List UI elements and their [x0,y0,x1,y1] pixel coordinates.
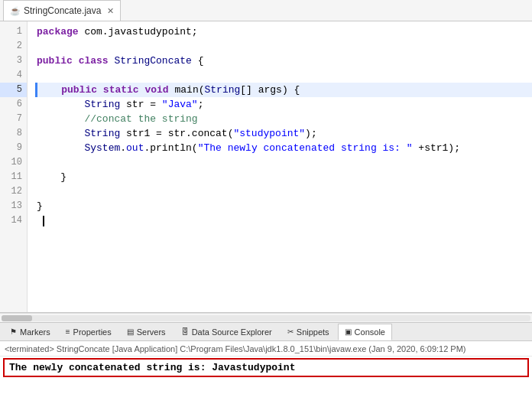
tab-label-properties: Properties [73,327,112,337]
token-plain [37,112,84,126]
token-str: "studypoint" [233,126,305,141]
token-plain [73,54,79,68]
token-plain [37,97,84,112]
line-num-3: 3 [0,54,27,68]
token-plain: [] args) { [240,83,300,97]
code-line-1: package com.javastudypoint; [35,24,532,39]
tab-label-console: Console [355,327,385,337]
tab-label-snippets: Snippets [297,327,329,337]
code-content[interactable]: package com.javastudypoint; public class… [28,21,532,312]
token-plain [37,126,84,141]
scroll-track[interactable] [2,315,530,321]
horizontal-scrollbar[interactable] [0,313,532,322]
console-output: The newly concatenated string is: Javast… [3,358,529,377]
code-line-12 [35,184,532,199]
token-kw: void [144,83,168,97]
tab-label-servers: Servers [137,327,166,337]
token-plain: } [37,199,43,213]
tab-label: StringConcate.java [24,5,101,16]
line-num-9: 9 [0,141,27,155]
code-line-3: public class StringConcate { [35,54,532,68]
bottom-tab-snippets[interactable]: ✂Snippets [281,324,336,340]
tab-icon-properties: ≡ [66,327,70,336]
line-num-6: 6 [0,97,27,112]
line-num-4: 4 [0,68,27,83]
code-line-10 [35,155,532,170]
line-num-1: 1 [0,24,27,39]
token-kw: public [61,83,97,97]
bottom-tab-console[interactable]: ▣Console [338,324,392,340]
bottom-tab-data-source-explorer[interactable]: 🗄Data Source Explorer [174,324,279,340]
text-cursor [43,216,44,226]
editor-area: 1234567891011121314 package com.javastud… [0,21,532,313]
tab-icon-snippets: ✂ [287,327,294,336]
token-cls: String [205,83,241,97]
token-comment: //concat the string [84,112,197,126]
token-plain: .println( [144,141,197,155]
code-line-5: public static void main(String[] args) { [35,83,532,97]
token-kw: package [37,24,79,39]
line-num-12: 12 [0,184,27,199]
token-plain [139,83,145,97]
token-str: "The newly concatenated string is: " [198,141,413,155]
line-num-5: 5 [0,83,27,97]
line-numbers: 1234567891011121314 [0,21,28,312]
code-line-7: //concat the string [35,112,532,126]
code-line-9: System.out.println("The newly concatenat… [35,141,532,155]
code-line-8: String str1 = str.concat("studypoint"); [35,126,532,141]
tab-icon-servers: ▤ [127,327,134,336]
tab-icon-console: ▣ [345,327,352,336]
token-plain: str1 = str.concat( [120,126,233,141]
code-line-2 [35,39,532,54]
token-cls: StringConcate [114,54,191,68]
token-plain: +str1); [413,141,460,155]
token-plain [37,83,61,97]
line-num-10: 10 [0,155,27,170]
line-num-7: 7 [0,112,27,126]
token-plain [97,83,103,97]
token-plain [37,141,84,155]
token-cls: System [84,141,120,155]
tab-bar: ☕ StringConcate.java ✕ [0,0,532,21]
token-plain: { [192,54,204,68]
token-cls: String [84,126,120,141]
scroll-thumb[interactable] [2,315,32,321]
bottom-tab-bar: ⚑Markers≡Properties▤Servers🗄Data Source … [0,322,532,340]
bottom-tab-servers[interactable]: ▤Servers [120,324,173,340]
token-plain: . [120,141,126,155]
code-line-6: String str = "Java"; [35,97,532,112]
java-file-icon: ☕ [10,6,21,16]
token-plain [109,54,115,68]
tab-icon-markers: ⚑ [10,327,17,336]
line-num-11: 11 [0,170,27,184]
token-str: "Java" [162,97,198,112]
code-line-13: } [35,199,532,213]
token-plain: str = [120,97,162,112]
token-kw: class [79,54,109,68]
tab-icon-data-source-explorer: 🗄 [181,327,189,336]
console-info: <terminated> StringConcate [Java Applica… [0,341,532,357]
code-line-11: } [35,170,532,184]
bottom-tab-properties[interactable]: ≡Properties [59,324,118,340]
code-line-4 [35,68,532,83]
tab-label-data-source-explorer: Data Source Explorer [192,327,272,337]
token-kw: public [37,54,73,68]
tab-label-markers: Markers [20,327,50,337]
code-line-14 [35,213,532,228]
token-plain: ); [305,126,317,141]
token-plain: } [37,170,66,184]
line-num-13: 13 [0,199,27,213]
line-num-2: 2 [0,39,27,54]
token-out-field: out [126,141,144,155]
editor-tab[interactable]: ☕ StringConcate.java ✕ [3,0,121,21]
bottom-tab-markers[interactable]: ⚑Markers [3,324,57,340]
token-kw: static [103,83,139,97]
token-plain: com.javastudypoint; [79,24,198,39]
console-area: <terminated> StringConcate [Java Applica… [0,340,532,394]
tab-close-button[interactable]: ✕ [107,6,114,16]
token-plain: ; [198,97,204,112]
line-num-8: 8 [0,126,27,141]
token-plain: main( [169,83,205,97]
line-num-14: 14 [0,213,27,228]
token-cls: String [84,97,120,112]
